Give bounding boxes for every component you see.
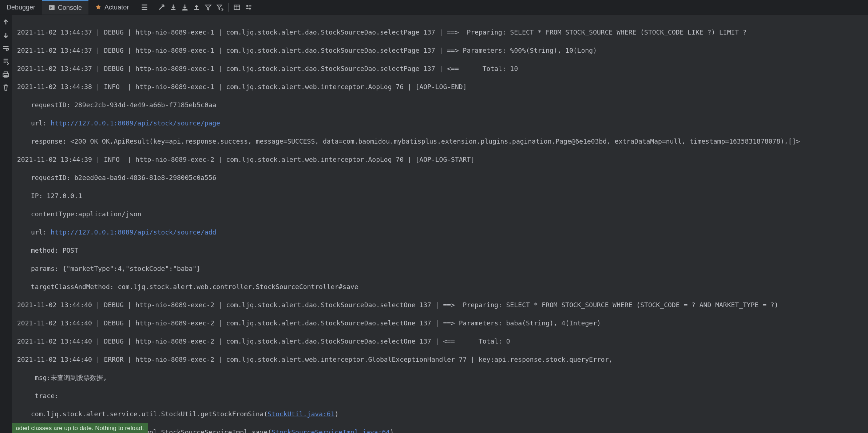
filter-button[interactable] — [203, 2, 214, 13]
separator — [153, 3, 153, 12]
scroll-up-button[interactable] — [1, 18, 10, 27]
export-all-button[interactable] — [179, 2, 190, 13]
log-child: targetClassAndMethod: com.ljq.stock.aler… — [17, 282, 863, 291]
svg-point-3 — [246, 5, 248, 7]
url-link[interactable]: http://127.0.0.1:8089/api/stock/source/a… — [51, 228, 216, 236]
print-button[interactable] — [1, 70, 10, 79]
log-line: 2021-11-02 13:44:37 | DEBUG | http-nio-8… — [17, 28, 863, 37]
log-child: response: <200 OK OK,ApiResult(key=api.r… — [17, 137, 863, 146]
url-label: url: — [31, 119, 51, 127]
settings-button[interactable] — [243, 2, 254, 13]
table-view-button[interactable] — [231, 2, 242, 13]
log-child: params: {"marketType":4,"stockCode":"bab… — [17, 264, 863, 273]
debug-tabbar: Debugger Console Actuator — [0, 0, 868, 15]
source-link[interactable]: StockUtil.java:61 — [267, 410, 334, 418]
trace-line: com.ljq.stock.alert.service.util.StockUt… — [17, 409, 863, 418]
scroll-to-end-button[interactable] — [1, 57, 10, 66]
layout-button[interactable] — [139, 2, 150, 13]
scroll-down-button[interactable] — [1, 31, 10, 40]
separator — [228, 3, 229, 12]
status-bar: aded classes are up to date. Nothing to … — [12, 423, 148, 433]
log-line: 2021-11-02 13:44:40 | DEBUG | http-nio-8… — [17, 300, 863, 309]
log-line: 2021-11-02 13:44:40 | DEBUG | http-nio-8… — [17, 318, 863, 328]
svg-rect-6 — [3, 74, 9, 77]
tab-debugger[interactable]: Debugger — [0, 0, 42, 15]
console-icon — [48, 4, 55, 11]
tab-console-label: Console — [58, 4, 82, 12]
log-line: 2021-11-02 13:44:38 | INFO | http-nio-80… — [17, 82, 863, 91]
url-link[interactable]: http://127.0.0.1:8089/api/stock/source/p… — [51, 119, 220, 127]
log-line: 2021-11-02 13:44:37 | DEBUG | http-nio-8… — [17, 64, 863, 73]
clear-all-button[interactable] — [1, 83, 10, 92]
console-output[interactable]: 2021-11-02 13:44:37 | DEBUG | http-nio-8… — [12, 15, 868, 433]
log-child: requestID: b2eed0ea-ba9d-4836-81e8-29800… — [17, 173, 863, 182]
log-child: url: http://127.0.0.1:8089/api/stock/sou… — [17, 228, 863, 237]
log-line: 2021-11-02 13:44:40 | ERROR | http-nio-8… — [17, 355, 863, 364]
actuator-icon — [95, 4, 102, 11]
log-child: msg:未查询到股票数据, — [17, 373, 863, 382]
log-child: requestID: 289ec2cb-934d-4e49-a66b-f7185… — [17, 100, 863, 109]
export-button[interactable] — [168, 2, 179, 13]
tab-console[interactable]: Console — [42, 0, 88, 15]
console-gutter — [0, 15, 12, 433]
svg-point-4 — [249, 8, 251, 9]
log-child: method: POST — [17, 246, 863, 255]
filter-next-button[interactable] — [214, 2, 225, 13]
tab-debugger-label: Debugger — [7, 4, 35, 11]
source-link[interactable]: StockSourceServiceImpl.java:64 — [272, 428, 390, 433]
log-child: IP: 127.0.0.1 — [17, 191, 863, 200]
tab-actuator[interactable]: Actuator — [88, 0, 135, 15]
soft-wrap-button[interactable] — [1, 44, 10, 53]
log-child: trace: — [17, 391, 863, 400]
console-toolbar — [135, 0, 254, 15]
log-line: 2021-11-02 13:44:37 | DEBUG | http-nio-8… — [17, 46, 863, 55]
log-child: contentType:application/json — [17, 209, 863, 218]
svg-rect-1 — [182, 9, 188, 11]
url-label: url: — [31, 228, 51, 236]
tab-actuator-label: Actuator — [104, 4, 129, 11]
log-child: url: http://127.0.0.1:8089/api/stock/sou… — [17, 119, 863, 128]
log-line: 2021-11-02 13:44:40 | DEBUG | http-nio-8… — [17, 337, 863, 346]
log-line: 2021-11-02 13:44:39 | INFO | http-nio-80… — [17, 155, 863, 164]
import-button[interactable] — [191, 2, 202, 13]
open-stacktrace-button[interactable] — [156, 2, 167, 13]
